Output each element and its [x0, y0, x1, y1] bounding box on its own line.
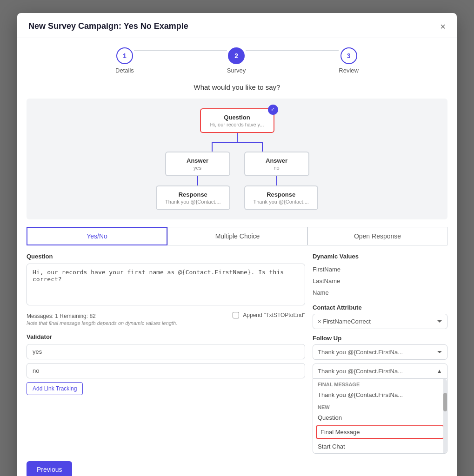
answer-yes-title: Answer: [174, 157, 221, 164]
add-link-button[interactable]: Add Link Tracking: [27, 382, 83, 395]
step-3-circle: 3: [340, 47, 357, 64]
check-badge: ✓: [268, 105, 278, 115]
an-connector: [276, 176, 277, 185]
modal-footer: Previous: [17, 454, 457, 476]
ay-connector: [197, 176, 198, 185]
step-3-label: Review: [339, 67, 359, 74]
tabs-row: Yes/No Multiple Choice Open Response: [27, 227, 447, 245]
step-details[interactable]: 1 Details: [115, 47, 134, 74]
answer-no-sub: no: [254, 165, 300, 171]
answer-no-title: Answer: [254, 157, 300, 164]
question-node-title: Question: [209, 114, 265, 121]
dropdown-item-final-message[interactable]: Final Message: [316, 425, 444, 439]
form-left: Question <span class="emoji-icon">🙂</spa…: [27, 253, 305, 454]
h-line: [212, 142, 263, 143]
answer-no-node[interactable]: Answer no: [244, 152, 309, 176]
form-area: Question <span class="emoji-icon">🙂</spa…: [17, 245, 457, 454]
append-row: Append "TxtSTOPtoEnd": [233, 312, 305, 318]
step-line-2: [246, 50, 339, 51]
note-text: Note that final message length depends o…: [27, 320, 177, 326]
tab-multiple-choice[interactable]: Multiple Choice: [167, 227, 307, 245]
step-survey[interactable]: 2 Survey: [227, 47, 246, 74]
step-2-label: Survey: [227, 67, 246, 74]
response-no-sub: Thank you @{Contact....: [254, 199, 309, 205]
dropdown-section-new: New: [313, 402, 447, 411]
contact-attr-select-wrapper: × FirstNameCorrect: [313, 314, 447, 329]
dynamic-value-firstname[interactable]: FirstName: [313, 264, 447, 275]
question-node-sub: Hi, our records have y...: [209, 122, 265, 127]
modal-header: New Survey Campaign: Yes No Example ×: [17, 13, 457, 38]
branch-h-line: [186, 142, 288, 143]
v-right: [262, 142, 263, 152]
answer-yes-wrapper: Answer yes: [165, 152, 230, 185]
append-label: Append "TxtSTOPtoEnd": [243, 312, 305, 318]
answer-row: Answer yes Answer no: [165, 152, 309, 185]
append-checkbox[interactable]: [233, 312, 239, 318]
dropdown-panel: Final Message Thank you @{Contact.FirstN…: [313, 379, 447, 454]
question-node[interactable]: ✓ Question Hi, our records have y...: [200, 108, 274, 133]
question-label: Question: [27, 253, 305, 260]
q-connector-down: [237, 133, 238, 142]
response-no-title: Response: [254, 191, 309, 198]
chevron-up-icon: ▲: [436, 368, 442, 375]
response-no-node[interactable]: Response Thank you @{Contact....: [244, 185, 318, 210]
follow-up-select-1[interactable]: Thank you @{Contact.FirstNa...: [313, 344, 447, 360]
previous-button[interactable]: Previous: [27, 461, 72, 476]
flow-diagram: ✓ Question Hi, our records have y... Ans…: [27, 99, 447, 219]
validator-no-input[interactable]: [27, 363, 305, 378]
close-button[interactable]: ×: [440, 22, 446, 31]
step-1-circle: 1: [116, 47, 133, 64]
step-2-circle: 2: [228, 47, 245, 64]
answer-yes-sub: yes: [174, 165, 221, 171]
response-yes-sub: Thank you @{Contact....: [165, 199, 220, 205]
contact-attr-label: Contact Attribute: [313, 304, 447, 311]
dropdown-trigger[interactable]: Thank you @{Contact.FirstNa... ▲: [313, 364, 447, 379]
dropdown-scrollbar[interactable]: [443, 379, 447, 453]
step-line-1: [134, 50, 227, 51]
validator-label: Validator: [27, 333, 305, 340]
response-yes-node[interactable]: Response Thank you @{Contact....: [156, 185, 230, 210]
dynamic-value-lastname[interactable]: LastName: [313, 275, 447, 287]
answer-no-wrapper: Answer no: [244, 152, 309, 185]
question-node-wrapper: ✓ Question Hi, our records have y...: [200, 108, 274, 142]
step-review[interactable]: 3 Review: [339, 47, 359, 74]
tab-open-response[interactable]: Open Response: [307, 227, 447, 245]
dropdown-section-final-message: Final Message: [313, 379, 447, 388]
flow-inner: ✓ Question Hi, our records have y... Ans…: [156, 108, 318, 210]
dynamic-value-name[interactable]: Name: [313, 287, 447, 298]
response-yes-title: Response: [165, 191, 220, 198]
v-left: [212, 142, 213, 152]
messages-info: Messages: 1 Remaining: 82: [27, 313, 177, 319]
dropdown-item-start-chat[interactable]: Start Chat: [313, 440, 447, 453]
dropdown-item-thank-you[interactable]: Thank you @{Contact.FirstNa...: [313, 388, 447, 402]
dynamic-values-label: Dynamic Values: [313, 253, 447, 260]
tab-yes-no[interactable]: Yes/No: [27, 227, 167, 245]
dropdown-open-container: Thank you @{Contact.FirstNa... ▲ Final M…: [313, 364, 447, 454]
dropdown-item-question[interactable]: Question: [313, 411, 447, 424]
dropdown-scrollbar-thumb: [443, 393, 447, 411]
response-row: Response Thank you @{Contact.... Respons…: [156, 185, 318, 210]
modal-title: New Survey Campaign: Yes No Example: [28, 21, 188, 31]
modal-dialog: New Survey Campaign: Yes No Example × 1 …: [17, 13, 457, 476]
survey-prompt: What would you like to say?: [17, 79, 457, 99]
answer-yes-node[interactable]: Answer yes: [165, 152, 230, 176]
step-1-label: Details: [115, 67, 134, 74]
textarea-wrapper: <span class="emoji-icon">🙂</span> Hi, ou…: [27, 264, 305, 307]
validator-section: Validator Add Link Tracking: [27, 333, 305, 395]
steps-container: 1 Details 2 Survey 3 Review: [17, 38, 457, 79]
dropdown-trigger-value: Thank you @{Contact.FirstNa...: [318, 368, 403, 375]
validator-yes-input[interactable]: [27, 344, 305, 359]
form-right: Dynamic Values FirstName LastName Name C…: [313, 253, 447, 454]
question-textarea[interactable]: <span class="emoji-icon">🙂</span> Hi, ou…: [27, 264, 305, 305]
contact-attr-select[interactable]: × FirstNameCorrect: [313, 314, 447, 329]
follow-up-label: Follow Up: [313, 335, 447, 342]
